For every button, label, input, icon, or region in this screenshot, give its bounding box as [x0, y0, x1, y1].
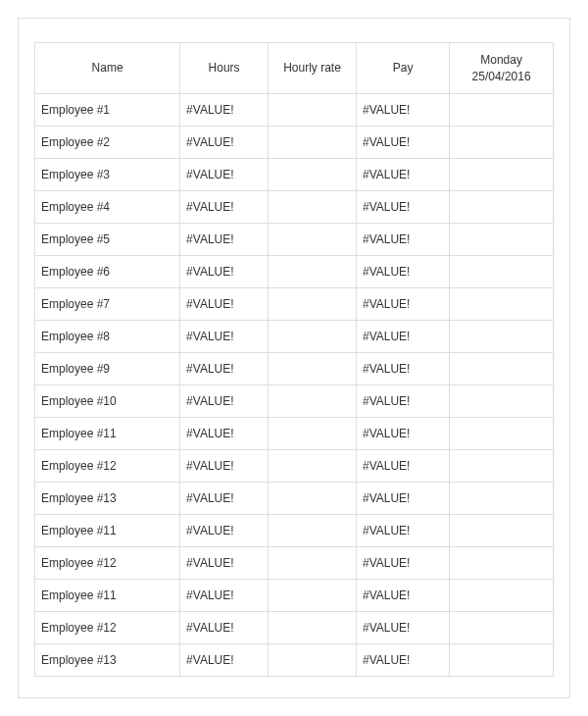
cell-name: Employee #9 [35, 353, 180, 385]
cell-name: Employee #7 [35, 288, 180, 321]
cell-pay: #VALUE! [356, 612, 449, 644]
cell-hours: #VALUE! [180, 256, 269, 288]
cell-date [450, 94, 554, 127]
cell-rate [269, 224, 357, 256]
table-row: Employee #13#VALUE!#VALUE! [35, 483, 554, 515]
cell-hours: #VALUE! [180, 191, 269, 224]
table-row: Employee #11#VALUE!#VALUE! [35, 580, 554, 612]
table-row: Employee #12#VALUE!#VALUE! [35, 450, 554, 483]
cell-date [450, 483, 554, 515]
cell-date [450, 644, 554, 677]
cell-name: Employee #12 [35, 450, 180, 483]
cell-hours: #VALUE! [180, 385, 269, 418]
cell-name: Employee #1 [35, 94, 180, 127]
sheet-frame: Name Hours Hourly rate Pay Monday 25/04/… [18, 18, 570, 698]
cell-name: Employee #11 [35, 580, 180, 612]
cell-pay: #VALUE! [356, 580, 449, 612]
col-header-name: Name [35, 43, 180, 94]
table-row: Employee #1#VALUE!#VALUE! [35, 94, 554, 127]
table-row: Employee #4#VALUE!#VALUE! [35, 191, 554, 224]
cell-rate [269, 94, 357, 127]
table-row: Employee #12#VALUE!#VALUE! [35, 547, 554, 580]
cell-date [450, 612, 554, 644]
col-header-date-top: Monday [480, 53, 522, 67]
cell-date [450, 127, 554, 159]
cell-pay: #VALUE! [356, 159, 449, 191]
cell-hours: #VALUE! [180, 127, 269, 159]
cell-name: Employee #13 [35, 644, 180, 677]
cell-rate [269, 127, 357, 159]
table-row: Employee #7#VALUE!#VALUE! [35, 288, 554, 321]
cell-pay: #VALUE! [356, 418, 449, 450]
cell-name: Employee #12 [35, 547, 180, 580]
table-row: Employee #10#VALUE!#VALUE! [35, 385, 554, 418]
table-row: Employee #9#VALUE!#VALUE! [35, 353, 554, 385]
cell-rate [269, 547, 357, 580]
cell-name: Employee #13 [35, 483, 180, 515]
cell-hours: #VALUE! [180, 515, 269, 547]
cell-name: Employee #8 [35, 321, 180, 353]
cell-rate [269, 644, 357, 677]
cell-hours: #VALUE! [180, 94, 269, 127]
cell-rate [269, 321, 357, 353]
cell-name: Employee #3 [35, 159, 180, 191]
cell-hours: #VALUE! [180, 224, 269, 256]
cell-pay: #VALUE! [356, 127, 449, 159]
cell-hours: #VALUE! [180, 483, 269, 515]
table-row: Employee #8#VALUE!#VALUE! [35, 321, 554, 353]
cell-rate [269, 515, 357, 547]
table-row: Employee #3#VALUE!#VALUE! [35, 159, 554, 191]
table-row: Employee #5#VALUE!#VALUE! [35, 224, 554, 256]
cell-rate [269, 159, 357, 191]
cell-date [450, 450, 554, 483]
cell-rate [269, 191, 357, 224]
cell-hours: #VALUE! [180, 644, 269, 677]
cell-date [450, 580, 554, 612]
cell-rate [269, 450, 357, 483]
cell-date [450, 515, 554, 547]
table-row: Employee #13#VALUE!#VALUE! [35, 644, 554, 677]
cell-pay: #VALUE! [356, 321, 449, 353]
cell-date [450, 321, 554, 353]
cell-date [450, 256, 554, 288]
cell-hours: #VALUE! [180, 321, 269, 353]
cell-pay: #VALUE! [356, 288, 449, 321]
cell-date [450, 385, 554, 418]
cell-name: Employee #10 [35, 385, 180, 418]
table-row: Employee #11#VALUE!#VALUE! [35, 418, 554, 450]
cell-hours: #VALUE! [180, 159, 269, 191]
cell-pay: #VALUE! [356, 547, 449, 580]
cell-hours: #VALUE! [180, 612, 269, 644]
col-header-rate: Hourly rate [269, 43, 357, 94]
table-row: Employee #11#VALUE!#VALUE! [35, 515, 554, 547]
cell-date [450, 547, 554, 580]
table-row: Employee #6#VALUE!#VALUE! [35, 256, 554, 288]
cell-date [450, 191, 554, 224]
table-row: Employee #12#VALUE!#VALUE! [35, 612, 554, 644]
cell-rate [269, 256, 357, 288]
payroll-table: Name Hours Hourly rate Pay Monday 25/04/… [34, 42, 554, 677]
cell-hours: #VALUE! [180, 418, 269, 450]
cell-name: Employee #12 [35, 612, 180, 644]
cell-pay: #VALUE! [356, 224, 449, 256]
cell-pay: #VALUE! [356, 353, 449, 385]
cell-hours: #VALUE! [180, 288, 269, 321]
table-header-row: Name Hours Hourly rate Pay Monday 25/04/… [35, 43, 554, 94]
col-header-date-bottom: 25/04/2016 [472, 70, 531, 83]
cell-pay: #VALUE! [356, 515, 449, 547]
cell-name: Employee #6 [35, 256, 180, 288]
cell-pay: #VALUE! [356, 385, 449, 418]
cell-name: Employee #11 [35, 515, 180, 547]
cell-name: Employee #11 [35, 418, 180, 450]
cell-pay: #VALUE! [356, 483, 449, 515]
cell-hours: #VALUE! [180, 450, 269, 483]
cell-hours: #VALUE! [180, 353, 269, 385]
cell-rate [269, 612, 357, 644]
cell-hours: #VALUE! [180, 580, 269, 612]
cell-date [450, 353, 554, 385]
cell-pay: #VALUE! [356, 644, 449, 677]
cell-date [450, 288, 554, 321]
table-row: Employee #2#VALUE!#VALUE! [35, 127, 554, 159]
col-header-date: Monday 25/04/2016 [450, 43, 554, 94]
cell-name: Employee #4 [35, 191, 180, 224]
